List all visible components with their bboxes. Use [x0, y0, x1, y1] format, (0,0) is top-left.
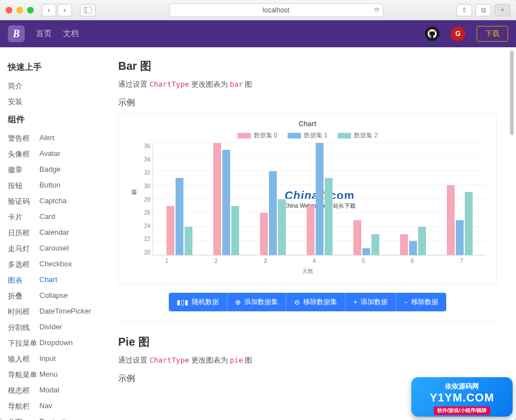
bar[interactable]	[353, 220, 361, 255]
bar-chart-icon: ▮▯▮	[177, 298, 189, 306]
sidebar-item[interactable]: 按钮Button	[8, 178, 113, 194]
bar-chart: Chart 数据集 0数据集 1数据集 2 数值 363432302826242…	[118, 114, 497, 285]
promo-banner[interactable]: 依依源码网 Y1YM.COM 软件/游戏/小程序/棋牌	[411, 377, 513, 417]
plus-circle-icon: ⊕	[235, 298, 241, 306]
address-text: localhost	[263, 6, 289, 14]
sidebar-item[interactable]: 头像框Avatar	[8, 146, 113, 162]
sidebar-item[interactable]: 折叠Collapse	[8, 288, 113, 304]
sidebar-item[interactable]: 图表Chart	[8, 272, 113, 288]
bar[interactable]	[465, 192, 473, 255]
main-content: Bar 图 通过设置 ChartType 更改图表为 bar 图 示例 Char…	[113, 47, 516, 420]
share-button[interactable]: ⇪	[456, 4, 472, 16]
bar[interactable]	[307, 206, 315, 255]
reload-icon[interactable]: ⟳	[374, 6, 379, 14]
bar-description: 通过设置 ChartType 更改图表为 bar 图	[118, 79, 497, 90]
bar[interactable]	[400, 234, 408, 255]
sidebar-item[interactable]: 分割线Divider	[8, 320, 113, 336]
sidebar-item[interactable]: 模态框Modal	[8, 383, 113, 399]
close-window-button[interactable]	[6, 7, 12, 14]
tabs-button[interactable]: ⧉	[475, 4, 491, 16]
sidebar-item[interactable]: 输入框Input	[8, 351, 113, 367]
bar-section-title: Bar 图	[118, 59, 497, 74]
legend-item[interactable]: 数据集 2	[338, 131, 378, 140]
bar-group	[203, 143, 250, 255]
bar[interactable]	[418, 227, 426, 255]
back-button[interactable]: ‹	[42, 4, 56, 16]
legend-item[interactable]: 数据集 0	[237, 131, 277, 140]
pie-description: 通过设置 ChartType 更改图表为 pie 图	[118, 355, 497, 365]
example-label: 示例	[118, 97, 497, 108]
bar[interactable]	[260, 213, 268, 255]
chart-plot: ChinaZ.com China Webmaster|站长下载	[152, 143, 486, 256]
browser-titlebar: ‹ › localhost ⟳ ⇪ ⧉ +	[0, 0, 516, 20]
sidebar-toggle-button[interactable]	[80, 4, 96, 16]
chart-actions: ▮▯▮随机数据 ⊕添加数据集 ⊖移除数据集 +添加数据 −移除数据	[118, 293, 497, 311]
sidebar-item[interactable]: 警告框Alert	[8, 131, 113, 146]
remove-dataset-button[interactable]: ⊖移除数据集	[286, 293, 345, 311]
sidebar-item[interactable]: 导航栏Nav	[8, 399, 113, 414]
sidebar-item[interactable]: 走马灯Carousel	[8, 241, 113, 257]
bar[interactable]	[269, 171, 277, 255]
bar-group	[297, 143, 343, 255]
gitee-icon[interactable]: G	[451, 26, 465, 41]
sidebar-item[interactable]: 验证码Captcha	[8, 194, 113, 209]
bar[interactable]	[185, 227, 192, 255]
bar[interactable]	[278, 199, 286, 256]
minus-circle-icon: ⊖	[294, 298, 300, 306]
bar[interactable]	[456, 220, 464, 255]
bar[interactable]	[409, 241, 417, 255]
bar[interactable]	[176, 178, 183, 255]
y-axis: 363432302826242220	[139, 143, 152, 256]
sidebar-item[interactable]: 简介	[8, 78, 113, 94]
minus-icon: −	[404, 298, 408, 306]
svg-rect-0	[84, 7, 92, 14]
forward-button[interactable]: ›	[57, 4, 72, 16]
bar[interactable]	[316, 143, 324, 255]
new-tab-button[interactable]: +	[495, 4, 510, 16]
bar-group	[436, 143, 483, 255]
bar[interactable]	[213, 143, 221, 255]
sidebar: 快速上手简介安装组件警告框Alert头像框Avatar徽章Badge按钮Butt…	[0, 47, 113, 420]
nav-home[interactable]: 首页	[36, 29, 52, 39]
add-data-button[interactable]: +添加数据	[345, 293, 396, 311]
bar[interactable]	[371, 234, 379, 255]
app-logo[interactable]: B	[8, 25, 25, 42]
bar[interactable]	[167, 206, 174, 255]
x-axis: 1234567	[142, 256, 486, 264]
remove-data-button[interactable]: −移除数据	[396, 293, 446, 311]
sidebar-item[interactable]: 徽章Badge	[8, 162, 113, 178]
sidebar-item[interactable]: 分页Pagination	[8, 414, 113, 420]
random-data-button[interactable]: ▮▯▮随机数据	[169, 293, 227, 311]
bar-group	[250, 143, 297, 255]
sidebar-item[interactable]: 卡片Card	[8, 209, 113, 225]
sidebar-item[interactable]: 多选框Checkbox	[8, 257, 113, 272]
bar-group	[389, 143, 436, 255]
maximize-window-button[interactable]	[27, 7, 34, 14]
x-axis-label: 天数	[129, 267, 486, 275]
sidebar-item[interactable]: 导航菜单Menu	[8, 367, 113, 383]
chart-legend: 数据集 0数据集 1数据集 2	[129, 131, 486, 140]
scrollbar-thumb[interactable]	[510, 51, 514, 135]
add-dataset-button[interactable]: ⊕添加数据集	[227, 293, 286, 311]
bar[interactable]	[325, 178, 333, 255]
bar[interactable]	[447, 185, 455, 255]
bar[interactable]	[222, 150, 230, 255]
sidebar-item[interactable]: 下拉菜单Dropdown	[8, 336, 113, 351]
legend-item[interactable]: 数据集 1	[288, 131, 327, 140]
bar[interactable]	[362, 248, 370, 255]
sidebar-item[interactable]: 日历框Calendar	[8, 225, 113, 241]
pie-section-title: Pie 图	[118, 334, 497, 350]
minimize-window-button[interactable]	[16, 7, 23, 14]
download-button[interactable]: 下载	[477, 26, 508, 42]
sidebar-group-title: 快速上手	[8, 62, 113, 73]
bar[interactable]	[231, 206, 239, 255]
sidebar-item[interactable]: 安装	[8, 94, 113, 110]
github-icon[interactable]	[425, 26, 439, 41]
sidebar-item[interactable]: 时间框DateTimePicker	[8, 304, 113, 320]
app-header: B 首页 文档 G 下载	[0, 20, 516, 47]
vertical-scrollbar[interactable]	[510, 47, 514, 420]
sidebar-group-title: 组件	[8, 114, 113, 125]
address-bar[interactable]: localhost ⟳	[169, 3, 383, 17]
nav-docs[interactable]: 文档	[63, 29, 79, 39]
chart-title: Chart	[129, 120, 486, 128]
